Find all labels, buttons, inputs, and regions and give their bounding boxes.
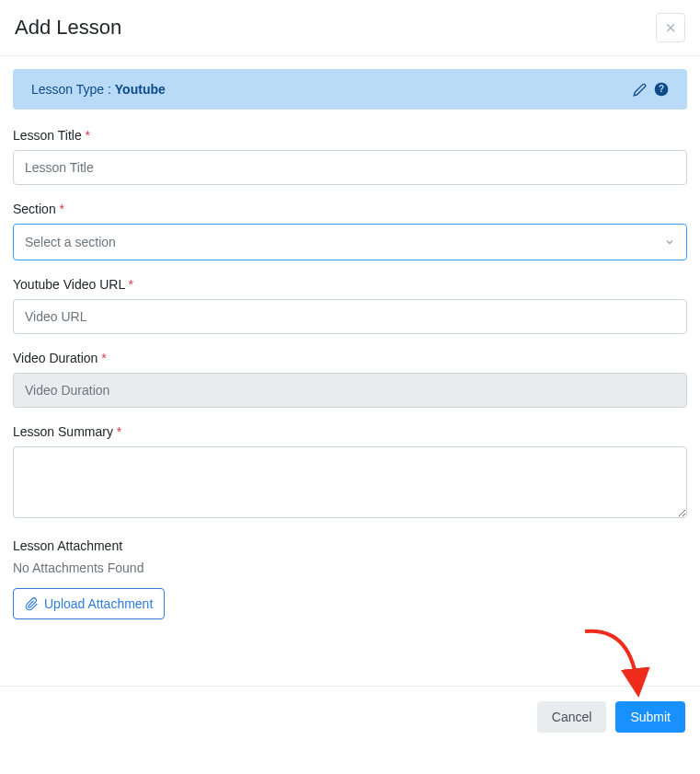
no-attachments-text: No Attachments Found — [13, 560, 687, 575]
video-duration-input[interactable] — [13, 373, 687, 408]
attachment-label: Lesson Attachment — [13, 538, 687, 553]
lesson-type-icons: ? — [633, 82, 669, 97]
video-url-input[interactable] — [13, 299, 687, 334]
required-indicator: * — [56, 202, 64, 216]
required-indicator: * — [113, 424, 121, 439]
video-duration-label-text: Video Duration — [13, 351, 98, 365]
lesson-title-group: Lesson Title * — [13, 128, 687, 185]
upload-attachment-button[interactable]: Upload Attachment — [13, 588, 165, 619]
lesson-title-label-text: Lesson Title — [13, 128, 82, 143]
required-indicator: * — [98, 351, 106, 365]
submit-button[interactable]: Submit — [615, 701, 685, 733]
modal-title: Add Lesson — [15, 16, 121, 40]
required-indicator: * — [125, 277, 133, 292]
annotation-arrow — [571, 622, 663, 710]
upload-attachment-label: Upload Attachment — [44, 596, 153, 611]
lesson-type-bar: Lesson Type : Youtube ? — [13, 69, 687, 110]
required-indicator: * — [82, 128, 90, 143]
lesson-summary-label: Lesson Summary * — [13, 424, 687, 439]
modal-body: Lesson Type : Youtube ? Lesson Title * S… — [0, 56, 700, 632]
modal-header: Add Lesson × — [0, 0, 700, 56]
section-label: Section * — [13, 202, 687, 216]
lesson-title-label: Lesson Title * — [13, 128, 687, 143]
section-select-placeholder: Select a section — [25, 235, 116, 249]
lesson-summary-textarea[interactable] — [13, 446, 687, 518]
lesson-title-input[interactable] — [13, 150, 687, 185]
lesson-type-text: Lesson Type : Youtube — [31, 82, 166, 97]
lesson-summary-group: Lesson Summary * — [13, 424, 687, 522]
svg-text:?: ? — [659, 84, 664, 94]
video-url-label-text: Youtube Video URL — [13, 277, 125, 292]
edit-icon[interactable] — [633, 83, 647, 97]
section-group: Section * Select a section — [13, 202, 687, 260]
cancel-button[interactable]: Cancel — [537, 701, 607, 733]
close-icon: × — [665, 18, 676, 37]
chevron-down-icon — [664, 237, 675, 248]
help-icon[interactable]: ? — [654, 82, 669, 97]
video-duration-group: Video Duration * — [13, 351, 687, 408]
modal-footer: Cancel Submit — [0, 686, 700, 747]
section-select[interactable]: Select a section — [13, 224, 687, 260]
lesson-type-value: Youtube — [115, 82, 166, 97]
video-duration-label: Video Duration * — [13, 351, 687, 365]
section-label-text: Section — [13, 202, 56, 216]
lesson-type-label: Lesson Type : — [31, 82, 115, 97]
lesson-summary-label-text: Lesson Summary — [13, 424, 113, 439]
close-button[interactable]: × — [656, 13, 685, 42]
paperclip-icon — [25, 597, 39, 611]
video-url-group: Youtube Video URL * — [13, 277, 687, 334]
attachment-section: Lesson Attachment No Attachments Found U… — [13, 538, 687, 619]
video-url-label: Youtube Video URL * — [13, 277, 687, 292]
